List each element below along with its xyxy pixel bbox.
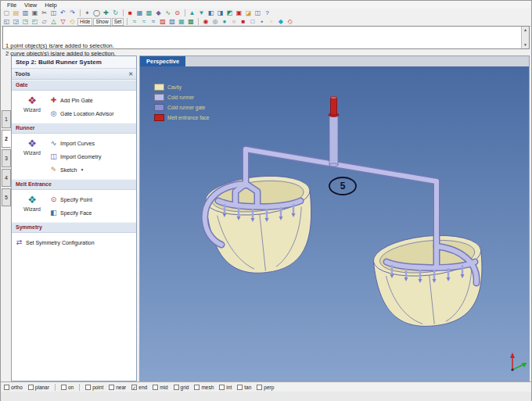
viewport-canvas[interactable]: 5 CavityCold runnerCold runner gateMelt …	[140, 66, 529, 381]
stop-icon[interactable]: ■	[126, 9, 135, 17]
snap-checkbox-point[interactable]	[85, 385, 91, 390]
sprue[interactable]	[329, 96, 339, 166]
step-tab-4[interactable]: 4	[2, 169, 11, 187]
set-symmetry-configuration-button[interactable]: ⇄Set Symmetry Configuration	[15, 238, 135, 246]
snap-checkbox-on[interactable]	[61, 385, 66, 390]
surface-tool-icon[interactable]: ◆	[154, 9, 163, 17]
snap-checkbox-perp[interactable]	[257, 385, 262, 390]
view-quad-4-icon[interactable]: ◰	[31, 18, 39, 26]
snap-checkbox-grid[interactable]	[174, 385, 179, 390]
shade-corner-icon[interactable]: ◩	[225, 9, 234, 17]
shade-right-icon[interactable]: ◨	[216, 9, 225, 17]
snap-checkbox-mesh[interactable]	[194, 385, 200, 390]
snap-near[interactable]: near	[109, 385, 126, 390]
ring-purple-icon[interactable]: ○	[229, 18, 238, 26]
help-tool-icon[interactable]: ?	[263, 9, 271, 17]
import-geometry-button[interactable]: ◫Import Geometry	[49, 152, 135, 160]
view-quad-3-icon[interactable]: ◳	[21, 18, 30, 26]
mesh-tool-icon[interactable]: ▩	[145, 9, 153, 17]
melt-entrance-wizard-button[interactable]: ❖Wizard	[15, 194, 49, 217]
snap-checkbox-end[interactable]: ✓	[131, 385, 137, 390]
pan-icon[interactable]: ✚	[102, 9, 110, 17]
gem-red-icon[interactable]: ◇	[286, 18, 294, 26]
menu-view[interactable]: View	[20, 2, 41, 9]
shade-left-icon[interactable]: ◧	[207, 9, 215, 17]
add-pin-gate-button[interactable]: ✚Add Pin Gate	[49, 96, 135, 104]
runner-wizard-button[interactable]: ❖Wizard	[15, 138, 49, 174]
gate-wizard-button[interactable]: ❖Wizard	[15, 95, 49, 117]
snap-point[interactable]: point	[85, 385, 103, 390]
square-green-icon[interactable]: ▪	[257, 18, 266, 26]
snap-perp[interactable]: perp	[257, 385, 274, 390]
target-blue-icon[interactable]: ◎	[210, 18, 219, 26]
curve-tool-icon[interactable]: ∿	[164, 9, 172, 17]
redo-icon[interactable]: ↷	[68, 9, 77, 17]
dot-teal-icon[interactable]: ●	[220, 18, 228, 26]
print-icon[interactable]: ▣	[31, 9, 39, 17]
collapse-panel-icon[interactable]: ✕	[128, 69, 133, 79]
snap-int[interactable]: int	[219, 385, 232, 390]
cavity-part-right[interactable]	[372, 231, 488, 331]
square-yellow-icon[interactable]: ▫	[267, 18, 275, 26]
snap-mesh[interactable]: mesh	[194, 385, 214, 390]
section-header-symmetry[interactable]: Symmetry	[12, 222, 136, 233]
hide-button[interactable]: Hide	[77, 18, 92, 26]
sketch-button[interactable]: ✎Sketch▼	[49, 166, 135, 174]
tri-up-icon[interactable]: △	[49, 18, 58, 26]
section-header-melt-entrance[interactable]: Melt Entrance	[12, 179, 136, 190]
gem-cyan-icon[interactable]: ◆	[276, 18, 285, 26]
log-scrollbar[interactable]: ▲ ▼	[521, 27, 529, 48]
view-quad-2-icon[interactable]: ◲	[12, 18, 20, 26]
set-button[interactable]: Set	[112, 18, 124, 26]
snap-checkbox-near[interactable]	[109, 385, 114, 390]
tri-down-icon[interactable]: ▽	[59, 18, 67, 26]
save-file-icon[interactable]: ▥	[21, 9, 30, 17]
step-tab-1[interactable]: 1	[2, 110, 11, 128]
snap-ortho[interactable]: ortho	[4, 385, 23, 390]
zoom-icon[interactable]: ◯	[92, 9, 101, 17]
step-tab-5[interactable]: 5	[2, 188, 11, 206]
hatch-teal-icon[interactable]: ▦	[177, 18, 185, 26]
rotate-view-icon[interactable]: ↻	[111, 9, 120, 17]
snap-checkbox-int[interactable]	[219, 385, 225, 390]
snap-tan[interactable]: tan	[237, 385, 251, 390]
snap-planar[interactable]: planar	[28, 385, 49, 390]
step-tab-2[interactable]: 2	[2, 130, 11, 148]
grid-display-icon[interactable]: ▦	[135, 9, 144, 17]
target-red-icon[interactable]: ◉	[201, 18, 210, 26]
snap-on[interactable]: on	[61, 385, 74, 390]
section-header-runner[interactable]: Runner	[12, 123, 136, 134]
step-tab-3[interactable]: 3	[2, 149, 11, 167]
menu-file[interactable]: File	[3, 2, 20, 9]
new-file-icon[interactable]: ▢	[2, 9, 11, 17]
square-blue-icon[interactable]: □	[248, 18, 257, 26]
copy-icon[interactable]: ◫	[49, 9, 58, 17]
snap-checkbox-tan[interactable]	[237, 385, 243, 390]
undo-icon[interactable]: ↶	[59, 9, 67, 17]
snap-grid[interactable]: grid	[174, 385, 189, 390]
shade-fill-icon[interactable]: ◪	[244, 9, 253, 17]
show-button[interactable]: Show	[93, 18, 110, 26]
square-red-icon[interactable]: ■	[239, 18, 247, 26]
gate-location-advisor-button[interactable]: ◎Gate Location Advisor	[49, 109, 135, 117]
plane-tool-icon[interactable]: ▱	[40, 18, 49, 26]
snap-checkbox-planar[interactable]	[28, 385, 34, 390]
hatch-blue-icon[interactable]: ▧	[167, 18, 176, 26]
flag-red-icon[interactable]: ▣	[235, 9, 243, 17]
layers-icon[interactable]: ◫	[253, 9, 262, 17]
snap-checkbox-mid[interactable]	[153, 385, 158, 390]
snap-checkbox-ortho[interactable]	[4, 385, 9, 390]
view-quad-1-icon[interactable]: ◱	[2, 18, 11, 26]
hatch-green-icon[interactable]: ▩	[186, 18, 195, 26]
specify-face-button[interactable]: ◧Specify Face	[49, 209, 135, 217]
snap-end[interactable]: ✓end	[131, 385, 147, 390]
tools-header[interactable]: Tools ✕	[12, 69, 136, 80]
scroll-down-icon[interactable]: ▼	[523, 41, 527, 49]
tab-perspective[interactable]: Perspective	[140, 56, 185, 66]
analysis-down-icon[interactable]: ▼	[197, 9, 206, 17]
wave-teal-icon[interactable]: ≈	[130, 18, 138, 26]
wave-cyan-icon[interactable]: ≈	[139, 18, 148, 26]
specify-point-button[interactable]: ⊙Specify Point	[49, 195, 135, 203]
wave-blue-icon[interactable]: ≈	[149, 18, 157, 26]
select-icon[interactable]: ⌖	[83, 9, 92, 17]
